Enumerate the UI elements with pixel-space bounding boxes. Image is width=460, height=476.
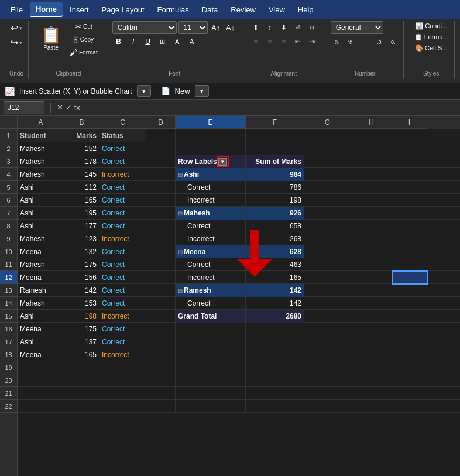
cell-a13[interactable]: Ramesh bbox=[18, 284, 64, 297]
font-size-select[interactable]: 11 bbox=[178, 21, 208, 34]
cell-g1[interactable] bbox=[304, 129, 351, 142]
cell-h12[interactable] bbox=[351, 271, 392, 284]
cell-b9[interactable]: 123 bbox=[64, 232, 99, 245]
row-num-3[interactable]: 3 bbox=[0, 155, 17, 168]
cell-i19[interactable] bbox=[392, 361, 427, 374]
cell-a10[interactable]: Meena bbox=[18, 245, 64, 258]
cell-d5[interactable] bbox=[146, 181, 176, 194]
cell-d9[interactable] bbox=[146, 232, 176, 245]
cell-b12[interactable]: 156 bbox=[64, 271, 99, 284]
cell-d13[interactable] bbox=[146, 284, 176, 297]
menu-view[interactable]: View bbox=[263, 3, 291, 16]
cell-a2[interactable]: Mahesh bbox=[18, 142, 64, 155]
cell-a1[interactable]: Student bbox=[18, 129, 64, 142]
cell-g13[interactable] bbox=[304, 284, 351, 297]
cell-e14[interactable]: Correct bbox=[176, 297, 246, 310]
cell-b20[interactable] bbox=[64, 374, 99, 387]
increase-font-button[interactable]: A↑ bbox=[210, 21, 222, 34]
cell-f6[interactable]: 198 bbox=[246, 194, 304, 207]
wrap-text-button[interactable]: ⏎ bbox=[291, 21, 304, 34]
cell-f3[interactable]: Sum of Marks bbox=[246, 155, 304, 168]
cell-d19[interactable] bbox=[146, 361, 176, 374]
cell-c18[interactable]: Incorrect bbox=[99, 348, 146, 361]
cell-b1[interactable]: Marks bbox=[64, 129, 99, 142]
cell-d6[interactable] bbox=[146, 194, 176, 207]
row-num-20[interactable]: 20 bbox=[0, 374, 17, 387]
cell-h1[interactable] bbox=[351, 129, 392, 142]
cell-c17[interactable]: Correct bbox=[99, 335, 146, 348]
menu-file[interactable]: File bbox=[5, 3, 29, 16]
cell-h21[interactable] bbox=[351, 387, 392, 400]
align-top-button[interactable]: ⬆ bbox=[249, 21, 262, 34]
cell-h2[interactable] bbox=[351, 142, 392, 155]
cell-i3[interactable] bbox=[392, 155, 427, 168]
cell-j12[interactable] bbox=[392, 271, 427, 284]
cell-c22[interactable] bbox=[99, 400, 146, 413]
cell-f18[interactable] bbox=[246, 348, 304, 361]
cell-h17[interactable] bbox=[351, 335, 392, 348]
cell-d21[interactable] bbox=[146, 387, 176, 400]
border-button[interactable]: ⊞ bbox=[156, 35, 169, 48]
row-num-12[interactable]: 12 bbox=[0, 271, 17, 284]
row-num-19[interactable]: 19 bbox=[0, 361, 17, 374]
cell-e1[interactable] bbox=[176, 129, 246, 142]
cell-h19[interactable] bbox=[351, 361, 392, 374]
cell-c16[interactable]: Correct bbox=[99, 323, 146, 335]
currency-button[interactable]: $ bbox=[331, 36, 344, 49]
ashi-collapse-btn[interactable]: ⊟ bbox=[178, 172, 183, 178]
cell-h6[interactable] bbox=[351, 194, 392, 207]
cell-i21[interactable] bbox=[392, 387, 427, 400]
cell-a17[interactable]: Ashi bbox=[18, 335, 64, 348]
col-header-a[interactable]: A bbox=[18, 116, 64, 129]
cell-e6[interactable]: Incorrect bbox=[176, 194, 246, 207]
cell-e5[interactable]: Correct bbox=[176, 181, 246, 194]
cell-c19[interactable] bbox=[99, 361, 146, 374]
cell-d4[interactable] bbox=[146, 168, 176, 181]
cell-h14[interactable] bbox=[351, 297, 392, 310]
cell-f12[interactable]: 165 bbox=[246, 271, 304, 284]
cell-h5[interactable] bbox=[351, 181, 392, 194]
cell-g9[interactable] bbox=[304, 232, 351, 245]
row-num-1[interactable]: 1 bbox=[0, 129, 17, 142]
cell-a20[interactable] bbox=[18, 374, 64, 387]
percent-button[interactable]: % bbox=[345, 36, 358, 49]
cell-a4[interactable]: Mahesh bbox=[18, 168, 64, 181]
cell-e10[interactable]: ⊟ Meena bbox=[176, 245, 246, 258]
mahesh-collapse-btn[interactable]: ⊟ bbox=[178, 210, 183, 217]
cell-e2[interactable] bbox=[176, 142, 246, 155]
cell-i15[interactable] bbox=[392, 310, 427, 323]
cell-f4[interactable]: 984 bbox=[246, 168, 304, 181]
row-num-14[interactable]: 14 bbox=[0, 297, 17, 310]
cell-e4[interactable]: ⊟ Ashi bbox=[176, 168, 246, 181]
row-labels-filter-button[interactable]: ▾ bbox=[218, 158, 227, 166]
cell-b4[interactable]: 145 bbox=[64, 168, 99, 181]
cell-i10[interactable] bbox=[392, 245, 427, 258]
cell-e20[interactable] bbox=[176, 374, 246, 387]
align-right-button[interactable]: ≡ bbox=[277, 35, 290, 48]
cell-d14[interactable] bbox=[146, 297, 176, 310]
cell-g19[interactable] bbox=[304, 361, 351, 374]
copy-button[interactable]: ⎘ Copy bbox=[67, 34, 100, 45]
menu-home[interactable]: Home bbox=[30, 2, 63, 17]
cell-c1[interactable]: Status bbox=[99, 129, 146, 142]
cell-h4[interactable] bbox=[351, 168, 392, 181]
cell-d11[interactable] bbox=[146, 258, 176, 271]
col-header-g[interactable]: G bbox=[304, 116, 351, 129]
number-format-select[interactable]: General bbox=[331, 21, 383, 34]
cell-i1[interactable] bbox=[392, 129, 427, 142]
cell-a21[interactable] bbox=[18, 387, 64, 400]
cell-b21[interactable] bbox=[64, 387, 99, 400]
cell-b8[interactable]: 177 bbox=[64, 220, 99, 232]
cell-b3[interactable]: 178 bbox=[64, 155, 99, 168]
cell-f19[interactable] bbox=[246, 361, 304, 374]
cell-g2[interactable] bbox=[304, 142, 351, 155]
row-num-16[interactable]: 16 bbox=[0, 323, 17, 335]
cell-f22[interactable] bbox=[246, 400, 304, 413]
menu-review[interactable]: Review bbox=[225, 3, 262, 16]
insert-function-btn[interactable]: fx bbox=[74, 103, 80, 112]
cell-f14[interactable]: 142 bbox=[246, 297, 304, 310]
cell-g8[interactable] bbox=[304, 220, 351, 232]
col-header-i[interactable]: I bbox=[392, 116, 427, 129]
row-num-18[interactable]: 18 bbox=[0, 348, 17, 361]
cell-i5[interactable] bbox=[392, 181, 427, 194]
